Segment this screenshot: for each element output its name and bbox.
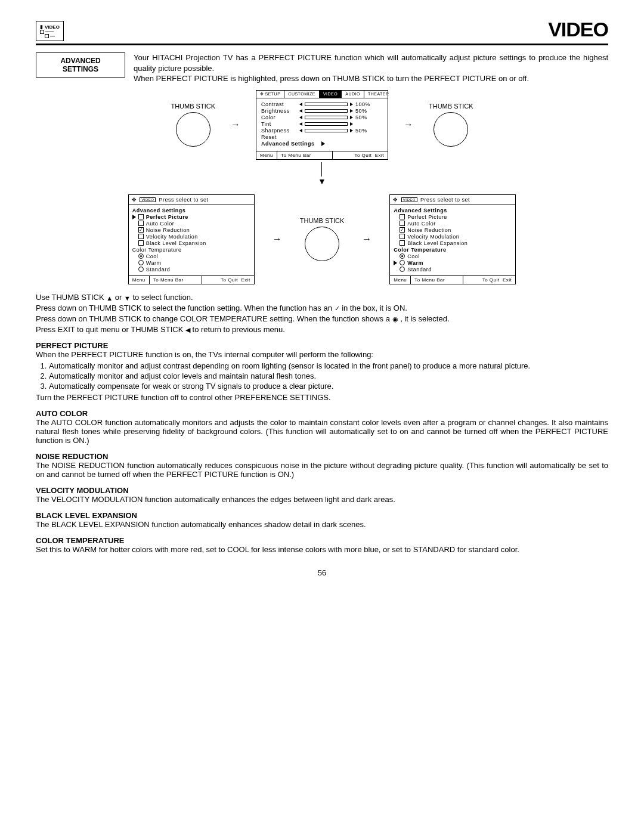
up-triangle-icon: ▲ [106,294,113,301]
section-title-pp: PERFECT PICTURE [36,341,608,350]
pp-after: Turn the PERFECT PICTURE function off to… [36,393,608,402]
adv-panel-left: ✥ VIDEO Press select to set Advanced Set… [128,194,255,284]
section-title-vm: VELOCITY MODULATION [36,486,608,495]
instr-4: Press EXIT to quit menu or THUMB STICK ◀… [36,325,608,334]
arrow-right-2: → [404,119,413,130]
arrow-right-1: → [231,119,240,130]
page-title: VIDEO [548,18,608,41]
check-icon: ✓ [335,305,340,312]
radio-on-icon: ◉ [392,315,398,323]
thumb-label-mid: THUMB STICK [300,217,345,224]
intro-p2: When PERFECT PICTURE is highlighted, pre… [134,74,529,83]
section-title-nr: NOISE REDUCTION [36,452,608,461]
ble-text: The BLACK LEVEL EXPANSION function autom… [36,520,608,529]
arrow-down-icon: ▼ [318,176,326,186]
adv-panel-right: ✥ VIDEO Press select to set Advanced Set… [389,194,516,284]
diagram: THUMB STICK → ✥SETUP CUSTOMIZE VIDEO AUD… [36,90,608,284]
header-video-icon: ▮ VIDEO [36,21,64,41]
thumbstick-icon [176,112,210,147]
osd-tabs: ✥SETUP CUSTOMIZE VIDEO AUDIO THEATER [256,91,388,98]
thumbstick-icon [305,227,339,261]
intro-p1: Your HITACHI Projection TV has a PERFECT… [134,53,608,73]
page-number: 56 [36,568,608,577]
nr-text: The NOISE REDUCTION function automatical… [36,461,608,479]
down-triangle-icon: ▼ [124,294,131,301]
osd-panel: ✥SETUP CUSTOMIZE VIDEO AUDIO THEATER Con… [256,90,388,160]
arrow-right-3: → [273,234,282,244]
instr-2: Press down on THUMB STICK to select the … [36,304,608,312]
pp-lead: When the PERFECT PICTURE function is on,… [36,350,608,359]
thumbstick-icon [434,112,468,147]
instr-3: Press down on THUMB STICK to change COLO… [36,314,608,323]
thumb-label-right-upper: THUMB STICK [429,103,473,110]
vm-text: The VELOCITY MODULATION function automat… [36,495,608,504]
thumb-label-left-upper: THUMB STICK [171,103,215,110]
section-title-ct: COLOR TEMPERATURE [36,536,608,545]
side-label-advanced-settings: ADVANCED SETTINGS [36,52,125,78]
header-rule [36,44,608,45]
ac-text: The AUTO COLOR function automatically mo… [36,418,608,445]
section-title-ble: BLACK LEVEL EXPANSION [36,511,608,520]
arrow-right-icon [321,141,325,146]
section-title-ac: AUTO COLOR [36,409,608,418]
arrow-right-4: → [362,234,371,244]
instr-1: Use THUMB STICK ▲ or ▼ to select functio… [36,293,608,302]
pp-list: Automatically monitor and adjust contras… [49,361,608,391]
ct-text: Set this to WARM for hotter colors with … [36,545,608,554]
left-triangle-icon: ◀ [185,326,190,333]
